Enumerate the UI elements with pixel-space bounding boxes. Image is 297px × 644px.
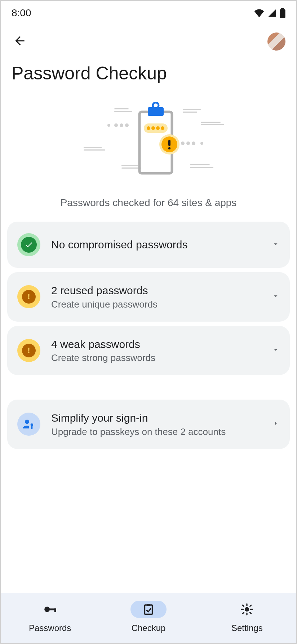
status-bar: 8:00 [1, 1, 296, 22]
bottom-nav: Passwords Checkup Settings [1, 593, 296, 643]
nav-passwords[interactable]: Passwords [1, 601, 99, 633]
weak-card[interactable]: ! 4 weak passwords Create strong passwor… [7, 326, 290, 375]
nav-label: Checkup [132, 623, 166, 633]
svg-point-14 [192, 142, 195, 145]
subtitle: Passwords checked for 64 sites & apps [1, 192, 296, 222]
svg-point-3 [114, 123, 118, 127]
card-body: Simplify your sign-in Upgrade to passkey… [51, 411, 261, 438]
profile-avatar[interactable] [267, 32, 285, 51]
nav-label: Passwords [29, 623, 71, 633]
svg-rect-1 [281, 8, 284, 9]
nav-settings[interactable]: Settings [198, 601, 296, 633]
reused-card[interactable]: ! 2 reused passwords Create unique passw… [7, 272, 290, 322]
svg-point-42 [245, 608, 249, 611]
card-subtitle: Create strong passwords [51, 352, 261, 364]
svg-rect-20 [190, 164, 210, 165]
svg-point-27 [151, 126, 155, 130]
key-icon [32, 601, 68, 618]
svg-point-13 [186, 142, 190, 145]
svg-point-15 [200, 142, 203, 145]
hero-illustration [1, 87, 296, 192]
nav-label: Settings [231, 623, 263, 633]
wifi-icon [254, 9, 265, 17]
card-body: 2 reused passwords Create unique passwor… [51, 284, 261, 310]
card-title: No compromised passwords [51, 238, 261, 252]
cellular-icon [267, 9, 277, 17]
card-title: 4 weak passwords [51, 338, 261, 351]
checkup-cards-group: No compromised passwords ! 2 reused pass… [7, 222, 290, 375]
chevron-down-icon [272, 346, 280, 355]
card-title: 2 reused passwords [51, 284, 261, 297]
svg-point-4 [120, 123, 123, 127]
arrow-back-icon [13, 34, 27, 48]
card-title: Simplify your sign-in [51, 411, 261, 425]
page-title: Password Checkup [1, 54, 296, 87]
svg-rect-21 [190, 167, 213, 168]
card-subtitle: Upgrade to passkeys on these 2 accounts [51, 426, 261, 438]
status-time: 8:00 [12, 7, 31, 19]
svg-rect-40 [145, 605, 152, 614]
svg-rect-9 [84, 149, 105, 151]
warning-circle-icon: ! [17, 285, 40, 308]
passkey-icon [17, 413, 40, 436]
compromised-card[interactable]: No compromised passwords [7, 222, 290, 268]
svg-point-34 [25, 420, 29, 424]
svg-rect-17 [183, 112, 197, 113]
svg-rect-32 [168, 140, 170, 146]
clipboard-check-icon [130, 601, 167, 618]
svg-rect-6 [114, 108, 129, 109]
svg-point-28 [156, 126, 160, 130]
svg-point-26 [147, 126, 150, 130]
svg-point-24 [153, 103, 159, 108]
svg-rect-41 [147, 604, 150, 606]
svg-rect-18 [201, 122, 221, 123]
svg-rect-16 [183, 109, 201, 110]
card-subtitle: Create unique passwords [51, 299, 261, 310]
card-body: No compromised passwords [51, 238, 261, 252]
svg-rect-33 [168, 147, 170, 149]
svg-point-2 [107, 124, 110, 127]
svg-rect-10 [121, 165, 138, 166]
status-icons [254, 8, 285, 18]
passkeys-card[interactable]: Simplify your sign-in Upgrade to passkey… [7, 400, 290, 449]
chevron-down-icon [272, 240, 280, 249]
svg-point-12 [181, 142, 185, 145]
svg-rect-8 [84, 147, 102, 148]
nav-checkup[interactable]: Checkup [99, 601, 198, 633]
card-body: 4 weak passwords Create strong passwords [51, 338, 261, 364]
svg-point-5 [125, 123, 129, 127]
cards-container: No compromised passwords ! 2 reused pass… [1, 222, 296, 449]
back-button[interactable] [12, 32, 28, 51]
svg-rect-19 [201, 124, 224, 125]
svg-rect-0 [280, 9, 285, 18]
gear-icon [229, 601, 265, 618]
svg-point-29 [161, 126, 164, 130]
check-circle-icon [17, 233, 40, 256]
svg-rect-36 [31, 426, 32, 429]
chevron-down-icon [272, 292, 280, 301]
svg-rect-7 [114, 111, 132, 112]
header [1, 22, 296, 54]
chevron-right-icon [272, 419, 280, 429]
battery-icon [280, 8, 285, 18]
warning-circle-icon: ! [17, 339, 40, 362]
svg-rect-39 [54, 609, 56, 612]
